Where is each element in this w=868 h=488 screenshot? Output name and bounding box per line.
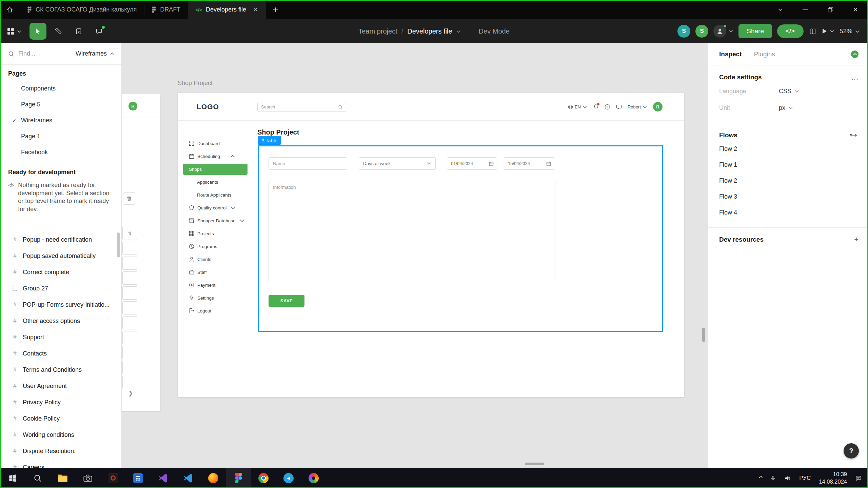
nav-shops[interactable]: Shops bbox=[178, 163, 248, 176]
list-cell[interactable] bbox=[122, 286, 137, 300]
page-item-wireframes[interactable]: ✓Wireframes bbox=[0, 113, 121, 128]
camera-app-icon[interactable] bbox=[75, 468, 100, 488]
tray-expand-icon[interactable]: ^ bbox=[759, 475, 763, 481]
nav-projects[interactable]: Projects bbox=[178, 227, 248, 240]
flow-item[interactable]: Flow 2 bbox=[719, 141, 859, 157]
layer-item[interactable]: #Popup saved automatically bbox=[0, 248, 121, 264]
list-cell[interactable] bbox=[122, 257, 137, 270]
chevron-right-icon[interactable]: ❯ bbox=[128, 390, 133, 397]
nav-shopper-database[interactable]: Shopper Database bbox=[178, 214, 248, 227]
page-selector-dropdown[interactable]: Wireframes bbox=[76, 50, 115, 57]
nav-staff[interactable]: Staff bbox=[178, 266, 248, 279]
start-button[interactable] bbox=[0, 468, 25, 488]
nav-settings[interactable]: Settings bbox=[178, 291, 248, 304]
collaborator-avatar[interactable]: S bbox=[695, 25, 708, 38]
zoom-control[interactable]: 52% bbox=[840, 27, 860, 35]
language-select[interactable]: CSS bbox=[779, 88, 799, 95]
flow-item[interactable]: Flow 2 bbox=[719, 173, 859, 189]
partial-design-frame[interactable]: R ⇅ ❯ bbox=[122, 94, 160, 411]
close-window-button[interactable]: ✕ bbox=[843, 0, 868, 19]
layer-item[interactable]: #Contacts bbox=[0, 345, 121, 362]
comment-tool-button[interactable] bbox=[91, 23, 107, 40]
nav-dashboard[interactable]: Dashboard bbox=[178, 137, 248, 150]
present-button[interactable] bbox=[822, 28, 834, 34]
volume-icon[interactable] bbox=[784, 475, 791, 482]
list-cell[interactable] bbox=[122, 361, 137, 374]
user-menu[interactable]: Robert bbox=[628, 104, 647, 109]
sidebar-scrollbar-thumb[interactable] bbox=[117, 232, 120, 257]
chat-icon[interactable] bbox=[616, 104, 622, 110]
canvas-hscrollbar-thumb[interactable] bbox=[525, 463, 544, 465]
layer-item[interactable]: #Cookie Policy bbox=[0, 410, 121, 427]
layer-item[interactable]: #Correct complete bbox=[0, 264, 121, 280]
restore-button[interactable] bbox=[818, 0, 843, 19]
list-cell[interactable] bbox=[122, 316, 137, 329]
layer-item[interactable]: #Dispute Resolution. bbox=[0, 443, 121, 459]
nav-logout[interactable]: Logout bbox=[178, 304, 248, 317]
notification-center-icon[interactable] bbox=[855, 475, 862, 482]
recorder-app-icon[interactable] bbox=[100, 468, 125, 488]
chrome-icon[interactable] bbox=[251, 468, 276, 488]
file-tab-3[interactable]: </> Developers file ✕ bbox=[188, 0, 266, 19]
trash-icon[interactable] bbox=[123, 192, 135, 205]
telegram-icon[interactable] bbox=[276, 468, 301, 488]
flow-item[interactable]: Flow 4 bbox=[719, 205, 859, 221]
plugin-icon[interactable]: </> bbox=[851, 50, 859, 58]
file-tab-1[interactable]: СК СОГАЗ ОСАГО Дизайн калькуля bbox=[20, 0, 144, 19]
layer-item[interactable]: Group 27 bbox=[0, 280, 121, 297]
add-icon[interactable]: + bbox=[854, 235, 859, 244]
list-cell[interactable] bbox=[122, 346, 137, 359]
list-cell[interactable] bbox=[122, 301, 137, 314]
collaborator-avatar[interactable]: S bbox=[677, 25, 690, 38]
nav-programs[interactable]: Programs bbox=[178, 240, 248, 253]
layer-item[interactable]: #User Agreement bbox=[0, 378, 121, 394]
nav-quality-control[interactable]: Quality control bbox=[178, 201, 248, 214]
frame-title-label[interactable]: Shop Project bbox=[178, 80, 213, 87]
save-button[interactable]: SAVE bbox=[269, 295, 304, 307]
file-tab-2[interactable]: DRAFT bbox=[144, 0, 188, 19]
nav-route-applicants[interactable]: Route Applicants bbox=[178, 188, 248, 201]
layer-item[interactable]: #Working conditions bbox=[0, 427, 121, 443]
tab-overflow-button[interactable] bbox=[768, 0, 793, 19]
annotate-tool-button[interactable] bbox=[70, 23, 87, 40]
name-field[interactable] bbox=[269, 157, 347, 170]
breadcrumb-file[interactable]: Developers file bbox=[407, 27, 452, 35]
date-from-field[interactable]: 01/04/2024 bbox=[447, 157, 497, 170]
taskbar-search-button[interactable] bbox=[25, 468, 50, 488]
move-tool-button[interactable] bbox=[29, 23, 46, 40]
nav-applicants[interactable]: Applicants bbox=[178, 176, 248, 188]
vscode-icon[interactable] bbox=[176, 468, 201, 488]
firefox-icon[interactable] bbox=[201, 468, 226, 488]
more-icon[interactable]: … bbox=[851, 73, 859, 82]
page-item-facebook[interactable]: Facebook bbox=[0, 144, 121, 160]
flow-item[interactable]: Flow 1 bbox=[719, 157, 859, 173]
breadcrumb-project[interactable]: Team project bbox=[358, 27, 397, 35]
share-button[interactable]: Share bbox=[738, 24, 772, 38]
microphone-icon[interactable] bbox=[770, 475, 776, 482]
shop-project-frame[interactable]: LOGO EN ? bbox=[178, 93, 684, 397]
layer-item[interactable]: #Privacy Policy bbox=[0, 394, 121, 410]
layer-item[interactable]: #Popup - need certification bbox=[0, 231, 121, 248]
flow-item[interactable]: Flow 3 bbox=[719, 189, 859, 205]
layer-item[interactable]: #Terms and Conditions bbox=[0, 362, 121, 378]
list-cell[interactable] bbox=[122, 376, 137, 389]
language-indicator[interactable]: РУС bbox=[799, 475, 811, 482]
measure-tool-button[interactable] bbox=[50, 23, 67, 40]
new-tab-button[interactable]: + bbox=[266, 4, 285, 15]
layer-item[interactable]: #Careers bbox=[0, 459, 121, 468]
color-wheel-app-icon[interactable] bbox=[301, 468, 326, 488]
help-button[interactable]: ? bbox=[844, 443, 859, 459]
close-tab-icon[interactable]: ✕ bbox=[253, 6, 258, 14]
selected-layer-badge[interactable]: # table bbox=[258, 136, 281, 145]
calculator-app-icon[interactable] bbox=[125, 468, 151, 488]
canvas-vscrollbar-thumb[interactable] bbox=[702, 328, 705, 342]
file-explorer-icon[interactable] bbox=[50, 468, 75, 488]
information-textarea[interactable] bbox=[269, 181, 555, 282]
page-item-page1[interactable]: Page 1 bbox=[0, 128, 121, 144]
mockup-search-input[interactable] bbox=[261, 104, 338, 109]
date-to-field[interactable]: 15/04/2024 bbox=[504, 157, 554, 170]
information-field[interactable] bbox=[269, 181, 555, 282]
taskbar-clock[interactable]: 10:39 14.08.2024 bbox=[819, 471, 847, 485]
find-input[interactable] bbox=[18, 50, 72, 57]
layer-item[interactable]: #Other access options bbox=[0, 313, 121, 329]
